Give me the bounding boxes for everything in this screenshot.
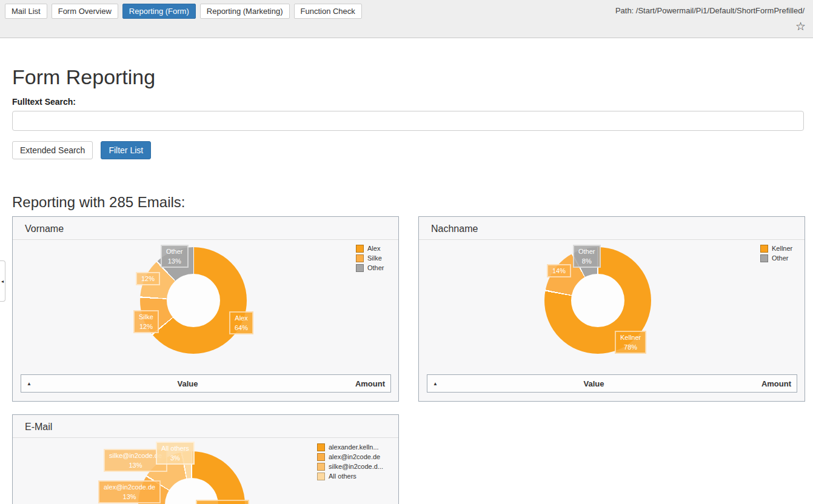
- table-header: ▲ Value Amount: [427, 374, 797, 393]
- legend-label: silke@in2code.d...: [329, 463, 383, 470]
- chart-panel-vorname: Vorname AlexSilkeOther ▲ Value Amount Al…: [12, 216, 399, 402]
- panel-title: Vorname: [25, 224, 64, 234]
- doc-header: Mail List Form Overview Reporting (Form)…: [0, 0, 813, 38]
- panel-title: E-Mail: [25, 422, 52, 433]
- legend-swatch: [356, 264, 364, 272]
- slice-label: 12%: [136, 272, 160, 285]
- chart-legend: alexander.kelln...alex@in2code.desilke@i…: [317, 442, 383, 481]
- legend-item: Kellner: [760, 244, 792, 253]
- column-header-amount[interactable]: Amount: [330, 379, 385, 388]
- column-header-amount[interactable]: Amount: [737, 379, 791, 388]
- column-header-value[interactable]: Value: [45, 379, 330, 388]
- module-tabs: Mail List Form Overview Reporting (Form)…: [5, 4, 362, 19]
- legend-swatch: [356, 254, 364, 262]
- legend-item: Silke: [356, 253, 384, 263]
- legend-swatch: [760, 254, 768, 262]
- filter-list-button[interactable]: Filter List: [101, 141, 151, 159]
- panel-title: Nachname: [431, 224, 478, 234]
- page-title: Form Reporting: [12, 65, 155, 89]
- legend-item: Other: [356, 263, 384, 273]
- module-body: Form Reporting Fulltext Search: Extended…: [0, 39, 813, 504]
- extended-search-button[interactable]: Extended Search: [12, 141, 93, 159]
- legend-item: Other: [760, 253, 792, 263]
- slice-label: Kellner78%: [615, 331, 646, 354]
- legend-item: silke@in2code.d...: [317, 462, 383, 471]
- legend-item: alex@in2code.de: [317, 452, 383, 462]
- tab-reporting-form[interactable]: Reporting (Form): [122, 4, 196, 19]
- chart-panel-nachname: Nachname KellnerOther ▲ Value Amount Kel…: [418, 216, 805, 402]
- bookmark-star-icon[interactable]: ☆: [795, 21, 806, 32]
- tab-reporting-marketing[interactable]: Reporting (Marketing): [200, 4, 290, 19]
- slice-label: All others3%: [156, 442, 195, 465]
- legend-swatch: [356, 245, 364, 253]
- legend-label: Other: [367, 264, 384, 271]
- legend-swatch: [760, 245, 768, 253]
- legend-swatch: [317, 472, 325, 480]
- legend-item: alexander.kelln...: [317, 442, 383, 452]
- legend-label: alex@in2code.de: [329, 453, 380, 460]
- legend-label: Silke: [367, 254, 382, 262]
- table-header: ▲ Value Amount: [21, 374, 391, 393]
- chart-legend: AlexSilkeOther: [356, 244, 384, 273]
- panel-header: E-Mail: [13, 415, 398, 438]
- sort-asc-icon[interactable]: ▲: [433, 381, 451, 386]
- legend-label: Alex: [367, 245, 380, 252]
- tab-mail-list[interactable]: Mail List: [5, 4, 47, 19]
- search-actions: Extended Search Filter List: [12, 141, 151, 159]
- donut-chart: [140, 247, 247, 354]
- legend-label: alexander.kelln...: [329, 443, 379, 451]
- legend-label: Kellner: [772, 245, 792, 252]
- legend-item: All others: [317, 471, 383, 481]
- fulltext-search-input[interactable]: [12, 111, 804, 131]
- panel-header: Vorname: [13, 217, 398, 240]
- breadcrumb-path: Path: /Start/Powermail/Pi1/Default/Short…: [615, 6, 805, 15]
- legend-label: All others: [329, 472, 356, 480]
- section-title: Reporting with 285 Emails:: [12, 194, 185, 211]
- panel-header: Nachname: [419, 217, 805, 240]
- tab-function-check[interactable]: Function Check: [294, 4, 362, 19]
- chart-panel-email: E-Mail alexander.kelln...alex@in2code.de…: [12, 414, 399, 504]
- slice-label: Other13%: [161, 245, 189, 268]
- legend-swatch: [317, 463, 325, 471]
- slice-label: Other8%: [573, 245, 601, 268]
- legend-swatch: [317, 443, 325, 451]
- legend-label: Other: [772, 254, 789, 262]
- slice-label: Silke12%: [133, 310, 159, 333]
- slice-label: [196, 500, 249, 504]
- legend-swatch: [317, 453, 325, 461]
- slice-label: Alex64%: [229, 311, 253, 334]
- slice-label: 14%: [547, 264, 571, 277]
- column-header-value[interactable]: Value: [451, 379, 737, 388]
- chart-legend: KellnerOther: [760, 244, 792, 263]
- tab-form-overview[interactable]: Form Overview: [52, 4, 118, 19]
- slice-label: alex@in2code.de13%: [98, 480, 161, 503]
- fulltext-search-label: Fulltext Search:: [12, 97, 76, 107]
- sort-asc-icon[interactable]: ▲: [27, 381, 45, 386]
- legend-item: Alex: [356, 244, 384, 253]
